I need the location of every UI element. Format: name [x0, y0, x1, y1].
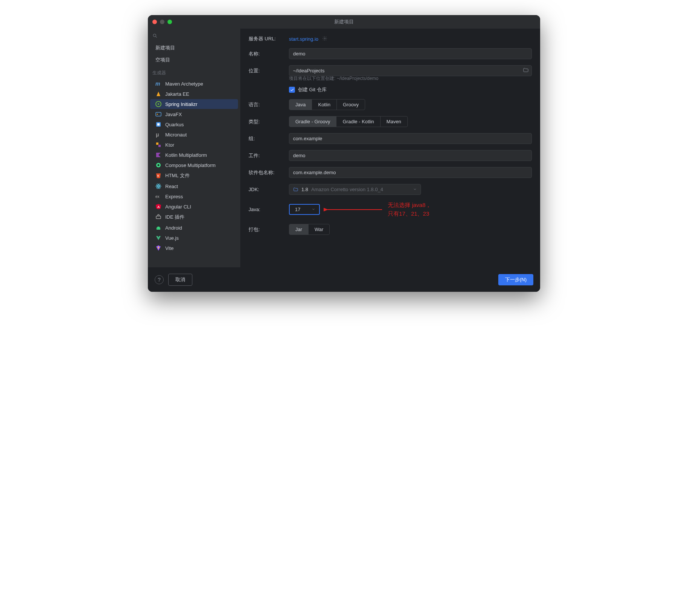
artifact-label: 工件:: [249, 152, 284, 159]
generator-ktor[interactable]: Ktor: [150, 140, 238, 150]
svg-text:μ: μ: [156, 132, 159, 138]
window-controls: [152, 20, 172, 24]
next-button[interactable]: 下一步(N): [498, 274, 533, 285]
packaging-label: 打包:: [249, 226, 284, 233]
chevron-down-icon: [413, 187, 417, 192]
svg-point-12: [158, 186, 159, 187]
dialog-title: 新建项目: [334, 18, 354, 25]
maven-icon: m: [155, 81, 161, 87]
generator-maven[interactable]: mMaven Archetype: [150, 79, 238, 89]
generator-spring[interactable]: Spring Initializr: [150, 99, 238, 109]
generator-kotlin[interactable]: Kotlin Multiplatform: [150, 150, 238, 160]
sidebar-search[interactable]: [148, 31, 240, 42]
micronaut-icon: μ: [155, 132, 161, 138]
javafx-icon: [155, 111, 161, 117]
generator-react[interactable]: React: [150, 181, 238, 191]
group-input[interactable]: [289, 133, 532, 144]
help-button[interactable]: ?: [155, 275, 164, 284]
generator-vue[interactable]: Vue.js: [150, 233, 238, 243]
dialog-footer: ? 取消 下一步(N): [148, 267, 540, 292]
android-icon: [155, 225, 161, 231]
type-option-gradle-groovy[interactable]: Gradle - Groovy: [289, 116, 336, 127]
generator-label: Spring Initializr: [165, 101, 197, 107]
generator-jakarta[interactable]: Jakarta EE: [150, 89, 238, 99]
form-panel: 服务器 URL: start.spring.io 名称: 位置:: [240, 29, 540, 267]
language-option-groovy[interactable]: Groovy: [337, 100, 365, 110]
jdk-select[interactable]: 1.8 Amazon Corretto version 1.8.0_4: [289, 184, 421, 195]
server-url-link[interactable]: start.spring.io: [289, 36, 318, 42]
chevron-down-icon: [312, 207, 315, 212]
svg-text:5: 5: [157, 175, 159, 177]
packaging-option-jar[interactable]: Jar: [289, 224, 309, 234]
svg-point-0: [153, 34, 156, 37]
close-window-icon[interactable]: [152, 20, 157, 24]
svg-text:ex: ex: [155, 195, 160, 199]
jdk-label: JDK:: [249, 187, 284, 192]
generator-ide[interactable]: IDE 插件: [150, 212, 238, 222]
language-option-kotlin[interactable]: Kotlin: [312, 100, 337, 110]
create-git-checkbox[interactable]: [289, 87, 295, 93]
kotlin-icon: [155, 152, 161, 158]
generator-html[interactable]: 5HTML 文件: [150, 170, 238, 181]
type-label: 类型:: [249, 118, 284, 125]
generator-android[interactable]: Android: [150, 223, 238, 233]
generator-express[interactable]: exExpress: [150, 192, 238, 201]
generator-quarkus[interactable]: Quarkus: [150, 120, 238, 129]
quarkus-icon: [155, 121, 161, 127]
svg-point-10: [158, 164, 160, 166]
generator-javafx[interactable]: JavaFX: [150, 109, 238, 119]
language-option-java[interactable]: Java: [289, 100, 312, 110]
sidebar-item-new-project[interactable]: 新建项目: [148, 42, 240, 54]
minimize-window-icon[interactable]: [160, 20, 164, 24]
group-label: 组:: [249, 135, 284, 142]
sidebar-section-generators: 生成器: [148, 66, 240, 78]
sidebar-item-empty-project[interactable]: 空项目: [148, 54, 240, 66]
language-toggle[interactable]: JavaKotlinGroovy: [289, 99, 365, 110]
generator-label: Compose Multiplatform: [165, 162, 216, 168]
name-input[interactable]: [289, 48, 532, 59]
location-input[interactable]: [289, 65, 532, 76]
generator-label: IDE 插件: [165, 214, 184, 221]
svg-point-19: [157, 228, 158, 228]
generator-label: Angular CLI: [165, 204, 191, 210]
packaging-toggle[interactable]: JarWar: [289, 224, 330, 235]
type-option-maven[interactable]: Maven: [381, 116, 407, 127]
generator-label: HTML 文件: [165, 172, 190, 179]
type-toggle[interactable]: Gradle - GroovyGradle - KotlinMaven: [289, 116, 408, 127]
artifact-input[interactable]: [289, 150, 532, 161]
generator-label: Vue.js: [165, 235, 179, 241]
folder-icon[interactable]: [523, 67, 529, 74]
jdk-version: 1.8: [301, 187, 308, 192]
annotation-arrow-icon: [324, 204, 384, 215]
java-label: Java:: [249, 207, 284, 212]
maximize-window-icon[interactable]: [167, 20, 172, 24]
svg-point-6: [157, 114, 158, 115]
angular-icon: A: [155, 204, 161, 210]
ide-icon: [155, 214, 161, 220]
jdk-description: Amazon Corretto version 1.8.0_4: [311, 187, 383, 192]
vite-icon: [155, 245, 161, 251]
spring-icon: [155, 101, 161, 107]
new-project-dialog: 新建项目 新建项目 空项目 生成器 mMaven ArchetypeJakart…: [148, 15, 540, 292]
express-icon: ex: [155, 193, 161, 199]
generator-compose[interactable]: Compose Multiplatform: [150, 160, 238, 170]
generator-angular[interactable]: AAngular CLI: [150, 202, 238, 211]
java-version-select[interactable]: 17: [289, 204, 320, 215]
package-input[interactable]: [289, 167, 532, 178]
annotation-text: 无法选择 java8， 只有17、21、23: [388, 201, 431, 218]
generator-micronaut[interactable]: μMicronaut: [150, 130, 238, 139]
generator-label: Android: [165, 225, 182, 231]
search-icon: [152, 33, 158, 40]
generator-vite[interactable]: Vite: [150, 243, 238, 253]
cancel-button[interactable]: 取消: [168, 274, 192, 286]
package-label: 软件包名称:: [249, 169, 284, 176]
gear-icon[interactable]: [322, 36, 327, 42]
packaging-option-war[interactable]: War: [309, 224, 329, 234]
generator-label: Ktor: [165, 142, 174, 148]
type-option-gradle-kotlin[interactable]: Gradle - Kotlin: [336, 116, 380, 127]
vue-icon: [155, 235, 161, 241]
generator-label: Maven Archetype: [165, 81, 203, 87]
svg-line-1: [156, 37, 157, 38]
html-icon: 5: [155, 173, 161, 179]
location-hint: 项目将在以下位置创建: ~/IdeaProjects/demo: [289, 75, 532, 82]
